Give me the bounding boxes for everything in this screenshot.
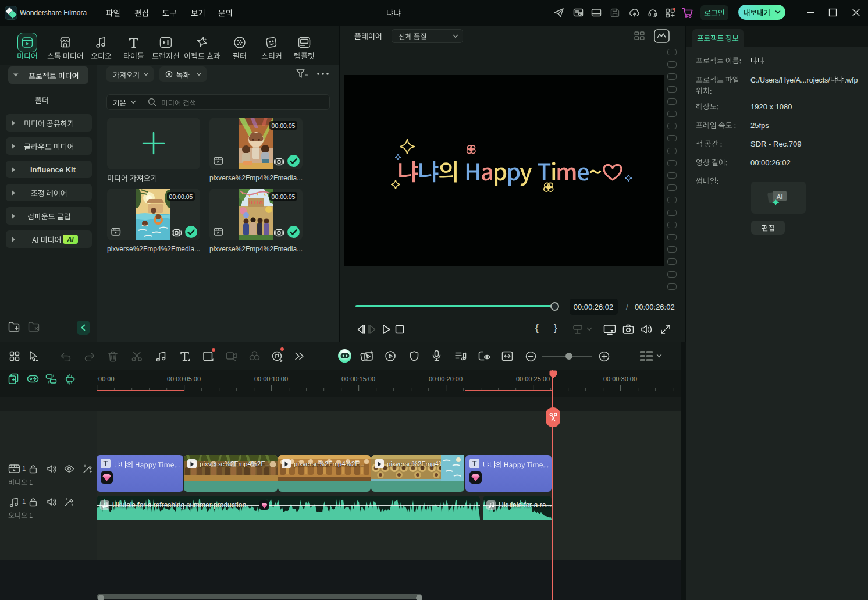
svg-text:AI: AI: [777, 193, 783, 200]
